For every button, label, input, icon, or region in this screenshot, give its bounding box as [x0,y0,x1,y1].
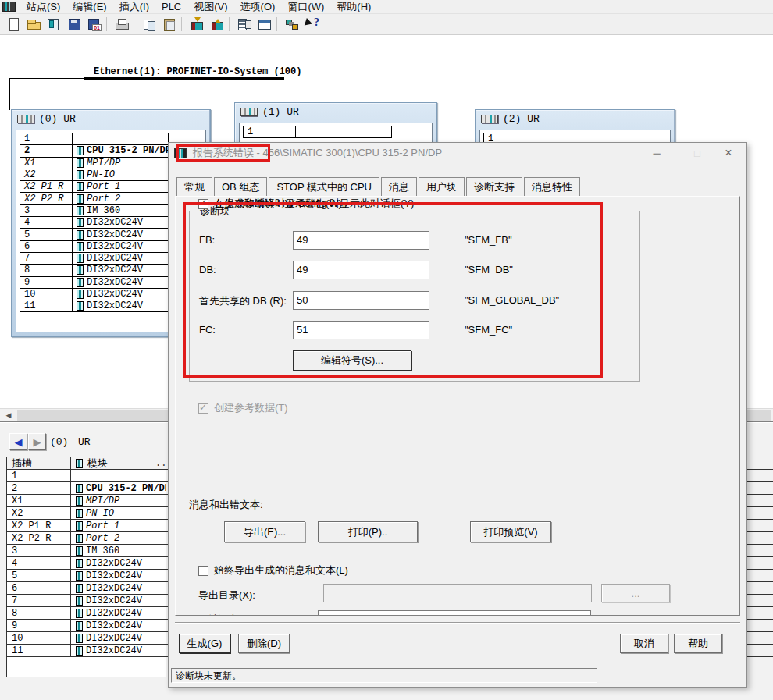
module-cell[interactable]: DI32xDC24V [71,557,166,569]
rack-back-button[interactable]: ◀ [9,433,27,450]
module-cell[interactable]: DI32xDC24V [71,632,166,644]
slot-number-cell[interactable]: 3 [20,204,73,217]
slot-number-cell[interactable]: X2 [20,169,73,181]
toolbar-button[interactable] [140,16,159,34]
toolbar-button[interactable] [276,16,281,34]
block-number-input[interactable]: 49 [293,231,429,250]
rack-slot-row[interactable]: 1 [20,133,169,145]
browse-button[interactable]: ... [601,584,670,602]
toolbar-button[interactable] [187,16,206,34]
slot-number-cell[interactable]: 3 [7,545,71,556]
slot-number-cell[interactable]: 7 [7,595,71,606]
toolbar-button[interactable] [303,16,322,34]
module-cell[interactable]: CPU 315-2 PN/DP [71,482,166,494]
always-export-checkbox[interactable] [198,566,208,576]
slot-number-cell[interactable]: 2 [7,482,71,494]
slot-number-cell[interactable]: 6 [7,582,71,594]
export-directory-input[interactable] [323,584,592,602]
rack-slot-row[interactable]: 5 DI32xDC24V [20,228,169,240]
slot-number-cell[interactable]: X2 P2 R [20,192,73,204]
module-cell[interactable] [71,470,166,481]
slot-number-cell[interactable]: X2 P1 R [7,520,71,531]
menu-item[interactable]: 编辑(E) [66,0,112,14]
toolbar-button[interactable] [283,16,301,34]
slot-number-cell[interactable]: 1 [20,133,73,145]
slot-number-cell[interactable]: 4 [20,216,73,229]
delete-button[interactable]: 删除(D) [238,634,290,653]
slot-number-cell[interactable]: 1 [7,470,71,481]
module-cell[interactable] [295,126,392,138]
rack-slot-row[interactable]: X2 P1 R Port 1 [20,180,169,193]
edit-symbols-button[interactable]: 编辑符号(S)... [293,350,411,371]
module-cell[interactable]: DI32xDC24V [71,607,166,619]
export-button[interactable]: 导出(E)... [224,521,305,542]
toolbar-button[interactable] [235,16,254,34]
module-cell[interactable]: Port 2 [72,192,169,204]
toolbar-button[interactable] [180,16,186,34]
slot-number-cell[interactable]: 2 [20,144,73,157]
dialog-tab[interactable]: STOP 模式中的 CPU [269,177,379,197]
toolbar-button[interactable] [133,16,138,34]
module-cell[interactable]: CPU 315-2 PN/DP [72,144,169,157]
rack-slot-row[interactable]: 7 DI32xDC24V [20,252,169,265]
rack-slot-row[interactable]: 8 DI32xDC24V [20,264,169,276]
module-cell[interactable]: DI32xDC24V [72,276,169,289]
selected-language-field-clipped[interactable] [318,610,591,616]
help-button[interactable]: 帮助 [674,634,722,653]
rack-0-titlebar[interactable]: (0) UR [12,110,210,128]
menu-item[interactable]: 窗口(W) [281,0,330,14]
module-cell[interactable]: DI32xDC24V [71,570,166,581]
module-cell[interactable]: DI32xDC24V [72,288,169,300]
block-number-input[interactable]: 49 [293,261,429,279]
module-cell[interactable]: IM 360 [71,545,166,556]
dialog-tab[interactable]: 诊断支持 [466,177,522,197]
slot-number-cell[interactable]: X1 [20,157,73,169]
module-cell[interactable]: DI32xDC24V [72,240,169,253]
module-cell[interactable]: Port 2 [71,532,166,544]
menu-item[interactable]: 插入(I) [113,0,155,14]
module-cell[interactable]: Port 1 [71,520,166,531]
slot-number-cell[interactable]: 10 [20,288,73,300]
minimize-button[interactable]: ─ [643,143,670,163]
dialog-tab[interactable]: 消息 [381,177,417,197]
slot-number-cell[interactable]: 7 [20,252,73,265]
dialog-tab[interactable]: OB 组态 [214,177,267,197]
menu-item[interactable]: 视图(V) [187,0,233,14]
toolbar-button[interactable] [85,16,104,34]
module-cell[interactable]: DI32xDC24V [71,645,166,656]
menu-item[interactable]: 选项(O) [234,0,282,14]
menu-item[interactable]: 帮助(H) [330,0,377,14]
cancel-button[interactable]: 取消 [620,634,668,653]
toolbar-button[interactable] [24,16,43,34]
module-cell[interactable]: DI32xDC24V [72,216,169,229]
checkbox[interactable] [198,199,208,209]
slot-number-cell[interactable]: X2 [7,507,71,519]
close-button[interactable]: × [715,143,742,163]
print-preview-button[interactable]: 打印预览(V) [470,521,551,542]
module-cell[interactable]: DI32xDC24V [71,595,166,606]
rack-slot-row[interactable]: X2 P2 R Port 2 [20,192,169,204]
rack-slot-row[interactable]: 2 CPU 315-2 PN/DP [20,144,169,157]
module-cell[interactable]: DI32xDC24V [72,228,169,240]
module-cell[interactable]: PN-IO [72,169,169,181]
rack-slot-row[interactable]: 10 DI32xDC24V [20,288,169,300]
toolbar-button[interactable] [65,16,84,34]
profinet-bus-line[interactable] [84,77,284,80]
slot-number-cell[interactable]: X2 P1 R [20,180,73,193]
slot-number-cell[interactable]: 5 [20,228,73,240]
module-cell[interactable] [72,133,169,145]
print-button[interactable]: 打印(P).. [318,521,418,542]
menu-item[interactable]: PLC [155,0,187,14]
rack-2-titlebar[interactable]: (2) UR [476,110,675,128]
dialog-tab[interactable]: 常规 [176,177,212,197]
toolbar-button[interactable] [160,16,179,34]
column-header-slot[interactable]: 插槽 [7,457,71,469]
slot-number-cell[interactable]: 10 [7,632,71,644]
scroll-left-arrow-icon[interactable]: ◀ [2,410,16,421]
toolbar-button[interactable] [45,16,63,34]
rack-slot-row[interactable]: X2 PN-IO [20,169,169,181]
toolbar-button[interactable] [255,16,274,34]
generate-button[interactable]: 生成(G) [179,634,230,653]
slot-number-cell[interactable]: 4 [7,557,71,569]
module-cell[interactable]: PN-IO [71,507,166,519]
